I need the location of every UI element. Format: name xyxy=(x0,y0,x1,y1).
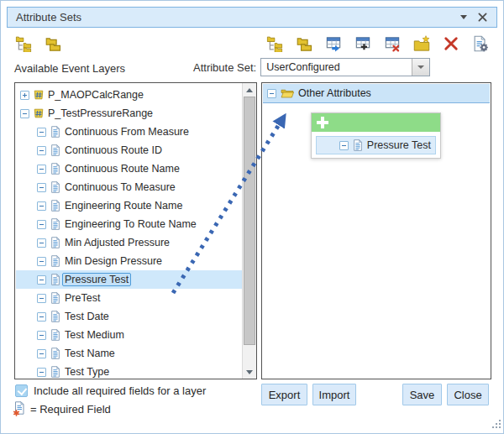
field-document-icon xyxy=(50,366,61,378)
collapse-icon[interactable] xyxy=(37,257,46,266)
triangle-up-icon xyxy=(246,88,253,92)
include-required-fields-checkbox[interactable] xyxy=(15,384,28,397)
expand-attributes-button[interactable] xyxy=(265,34,284,53)
field-document-icon xyxy=(50,200,61,212)
add-table-button[interactable] xyxy=(354,34,372,53)
remove-table-button[interactable] xyxy=(383,34,402,53)
left-panel-scrollbar[interactable] xyxy=(242,83,256,379)
field-document-icon xyxy=(50,292,61,304)
tree-item[interactable]: Engineering To Route Name xyxy=(16,215,242,233)
tree-item[interactable]: Engineering Route Name xyxy=(16,196,242,215)
attribute-set-combobox[interactable]: UserConfigured xyxy=(260,58,430,76)
drag-preview-label: Pressure Test xyxy=(367,139,431,151)
collapse-icon[interactable] xyxy=(37,331,46,340)
toolbar-left-group xyxy=(14,34,62,53)
open-layers-button[interactable] xyxy=(44,34,62,53)
collapse-icon[interactable] xyxy=(37,220,46,229)
tree-folders-icon xyxy=(266,35,283,52)
available-layers-panel: P_MAOPCalcRange P_TestPressureRange Cont… xyxy=(14,82,257,379)
tree-item[interactable]: Min Design Pressure xyxy=(16,252,242,270)
tree-item-label: Test Date xyxy=(65,311,109,322)
drag-preview: Pressure Test xyxy=(311,112,441,159)
collapse-icon[interactable] xyxy=(37,349,46,358)
tree-item[interactable]: Test Name xyxy=(16,344,242,363)
collapse-icon[interactable] xyxy=(37,128,46,137)
collapse-icon[interactable] xyxy=(37,146,46,155)
tree-folders-icon xyxy=(15,35,32,52)
tree-item[interactable]: Continuous Route ID xyxy=(16,141,242,159)
field-document-icon xyxy=(50,126,61,138)
folders-icon xyxy=(45,35,61,52)
attribute-set-panel: Other Attributes Pressure Test xyxy=(261,82,491,379)
tree-item[interactable]: Test Date xyxy=(16,307,242,326)
collapse-icon[interactable] xyxy=(37,312,46,322)
save-button[interactable]: Save xyxy=(402,384,442,405)
field-document-icon xyxy=(352,139,364,151)
collapse-icon[interactable] xyxy=(37,294,46,303)
tree-item-label: Engineering To Route Name xyxy=(65,218,197,230)
open-attributes-button[interactable] xyxy=(295,34,313,53)
field-document-icon xyxy=(50,329,61,341)
tree-item[interactable]: P_MAOPCalcRange xyxy=(16,86,242,104)
toolbar xyxy=(14,33,490,55)
attribute-sets-dialog: Attribute Sets Available Event Layers At… xyxy=(0,0,504,434)
field-document-icon xyxy=(50,163,61,175)
collapse-icon[interactable] xyxy=(37,368,46,377)
collapse-icon[interactable] xyxy=(37,183,46,192)
resize-grip[interactable] xyxy=(490,420,501,431)
delete-attribute-set-button[interactable] xyxy=(442,34,460,53)
include-required-fields-row: Include all required fields for a layer xyxy=(15,384,206,397)
scroll-down-button[interactable] xyxy=(243,365,256,379)
import-button[interactable]: Import xyxy=(312,384,356,405)
tree-item-label: PreTest xyxy=(65,292,100,304)
tree-item[interactable]: Test Type xyxy=(16,363,242,379)
tree-item[interactable]: Continuous To Measure xyxy=(16,178,242,196)
table-plus-icon xyxy=(354,35,371,52)
checkbox-label: Include all required fields for a layer xyxy=(34,384,206,397)
combo-dropdown-button[interactable] xyxy=(412,59,429,76)
attribute-group-label: Other Attributes xyxy=(298,87,371,99)
export-button[interactable]: Export xyxy=(261,384,307,405)
collapse-icon[interactable] xyxy=(20,109,29,118)
tree-item-label: Test Name xyxy=(65,348,115,359)
available-event-layers-label: Available Event Layers xyxy=(14,62,125,75)
expand-layers-button[interactable] xyxy=(14,34,33,53)
tree-item-label: Test Type xyxy=(65,366,109,378)
tree-item[interactable]: Min Adjusted Pressure xyxy=(16,233,242,252)
expand-icon[interactable] xyxy=(20,91,29,100)
transfer-table-button[interactable] xyxy=(324,34,343,53)
required-field-label: = Required Field xyxy=(30,403,111,416)
collapse-icon[interactable] xyxy=(37,201,46,211)
table-arrow-icon xyxy=(325,35,342,52)
tree-item[interactable]: Test Medium xyxy=(16,326,242,344)
close-button[interactable]: Close xyxy=(447,384,489,405)
field-document-icon xyxy=(50,255,61,267)
new-attribute-set-button[interactable] xyxy=(412,34,431,53)
event-layer-icon xyxy=(33,107,45,119)
tree-item[interactable]: Continuous Route Name xyxy=(16,159,242,178)
field-document-icon xyxy=(50,144,61,156)
tree-item-label: Test Medium xyxy=(65,329,124,341)
drag-preview-item: Pressure Test xyxy=(316,136,436,154)
layers-tree: P_MAOPCalcRange P_TestPressureRange Cont… xyxy=(16,86,242,379)
tree-item-selected[interactable]: Pressure Test xyxy=(16,270,242,289)
attribute-group-row[interactable]: Other Attributes xyxy=(263,84,490,103)
close-icon[interactable] xyxy=(477,12,488,23)
collapse-icon[interactable] xyxy=(37,275,46,285)
page-gear-icon xyxy=(472,35,489,52)
collapse-icon[interactable] xyxy=(37,238,46,248)
collapse-icon[interactable] xyxy=(267,89,276,98)
folder-badge-icon xyxy=(413,35,430,52)
tree-item[interactable]: P_TestPressureRange xyxy=(16,104,242,123)
collapse-icon[interactable] xyxy=(37,165,46,174)
tree-item[interactable]: Continuous From Measure xyxy=(16,123,242,141)
field-document-icon xyxy=(50,237,61,248)
configure-page-button[interactable] xyxy=(471,34,490,53)
titlebar[interactable]: Attribute Sets xyxy=(7,7,497,28)
scroll-up-button[interactable] xyxy=(243,83,256,97)
scrollbar-thumb[interactable] xyxy=(244,97,255,345)
tree-item[interactable]: PreTest xyxy=(16,289,242,307)
collapse-dialog-icon[interactable] xyxy=(460,15,467,19)
red-x-icon xyxy=(443,35,459,52)
triangle-down-icon xyxy=(246,370,253,374)
